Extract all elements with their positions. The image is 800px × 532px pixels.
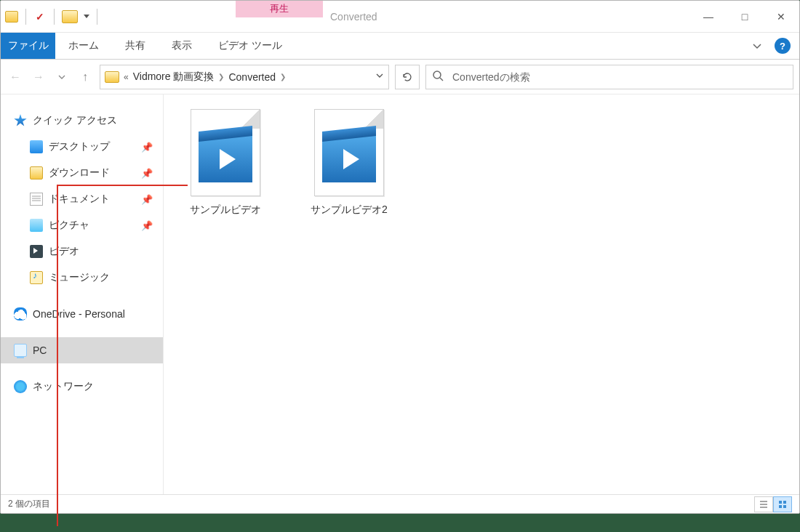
forward-button[interactable]: → (30, 68, 47, 86)
title-bar: 再生 Converted ― □ ✕ (1, 1, 799, 33)
details-view-icon (759, 499, 769, 509)
tab-video-tools[interactable]: ビデオ ツール (205, 33, 295, 59)
sidebar-item-label: クイック アクセス (33, 114, 117, 127)
desktop-icon (30, 140, 43, 153)
video-file-icon (191, 109, 260, 196)
tab-share[interactable]: 共有 (112, 33, 159, 59)
video-file-icon (314, 109, 384, 196)
sidebar-item-quick-access[interactable]: クイック アクセス (1, 108, 163, 134)
quick-access-toolbar (1, 1, 105, 32)
sidebar-item-label: PC (33, 344, 47, 356)
network-icon (14, 380, 27, 393)
sidebar-item-desktop[interactable]: デスクトップ 📌 (1, 134, 163, 160)
svg-rect-4 (779, 505, 782, 508)
file-item[interactable]: サンプルビデオ (178, 109, 273, 217)
contextual-tab-strip: 再生 (236, 1, 323, 32)
sidebar-item-videos[interactable]: ビデオ (1, 238, 163, 265)
documents-icon (30, 193, 43, 206)
search-box[interactable] (425, 65, 793, 89)
up-button[interactable]: ↑ (76, 68, 94, 86)
svg-rect-5 (783, 505, 786, 508)
folder-icon (105, 71, 119, 83)
file-item[interactable]: サンプルビデオ2 (302, 109, 396, 217)
folder-icon (5, 11, 18, 23)
navigation-toolbar: ← → ↑ « Vidmore 動画変換 ❯ Converted ❯ (1, 60, 799, 94)
item-count: 2 個の項目 (8, 498, 50, 510)
status-bar: 2 個の項目 (1, 494, 799, 513)
breadcrumb-segment[interactable]: Converted (228, 71, 276, 83)
overflow-chevron-icon[interactable]: « (124, 72, 129, 82)
sidebar-item-documents[interactable]: ドキュメント 📌 (1, 186, 163, 212)
context-tab-play: 再生 (236, 0, 323, 32)
thumbnails-view-button[interactable] (773, 496, 792, 512)
sidebar-item-label: ダウンロード (49, 166, 110, 180)
chevron-right-icon[interactable]: ❯ (280, 73, 286, 81)
details-view-button[interactable] (754, 496, 773, 512)
minimize-button[interactable]: ― (690, 1, 727, 32)
file-list[interactable]: サンプルビデオ サンプルビデオ2 (164, 94, 799, 494)
maximize-button[interactable]: □ (727, 1, 763, 32)
sidebar-item-label: ネットワーク (33, 380, 94, 393)
star-icon (14, 114, 27, 127)
separator (54, 9, 55, 25)
sidebar-item-pictures[interactable]: ピクチャ 📌 (1, 212, 163, 238)
sidebar-item-onedrive[interactable]: OneDrive - Personal (1, 301, 163, 327)
ribbon-collapse-button[interactable] (744, 33, 770, 59)
music-icon (30, 271, 43, 284)
tab-home[interactable]: ホーム (55, 33, 112, 59)
recent-locations-button[interactable] (53, 68, 71, 86)
sidebar-item-label: ピクチャ (49, 219, 89, 232)
sidebar-item-label: デスクトップ (49, 140, 110, 153)
sidebar-item-downloads[interactable]: ダウンロード 📌 (1, 160, 163, 186)
breadcrumb-segment[interactable]: Vidmore 動画変換 (133, 70, 215, 84)
annotation-line (57, 185, 58, 514)
explorer-window: 再生 Converted ― □ ✕ ファイル ホーム 共有 表示 ビデオ ツー… (0, 0, 800, 514)
file-name: サンプルビデオ2 (311, 203, 388, 217)
back-button[interactable]: ← (7, 68, 24, 86)
svg-point-0 (433, 71, 441, 78)
pc-icon (14, 344, 27, 357)
separator (97, 9, 97, 25)
view-mode-buttons (754, 496, 792, 512)
separator (25, 9, 26, 25)
downloads-icon (30, 166, 43, 180)
tab-view[interactable]: 表示 (159, 33, 205, 59)
open-folder-icon[interactable] (62, 10, 78, 23)
tab-file[interactable]: ファイル (1, 33, 55, 59)
sidebar-item-music[interactable]: ミュージック (1, 265, 163, 291)
close-button[interactable]: ✕ (763, 1, 799, 32)
onedrive-icon (14, 307, 27, 321)
search-input[interactable] (452, 71, 787, 83)
pin-icon: 📌 (141, 194, 153, 205)
navigation-pane: クイック アクセス デスクトップ 📌 ダウンロード 📌 ドキュメント 📌 (1, 94, 164, 494)
refresh-icon (401, 71, 413, 83)
sidebar-item-label: OneDrive - Personal (33, 308, 125, 320)
search-icon (432, 70, 444, 84)
address-dropdown-icon[interactable] (375, 71, 384, 82)
body: クイック アクセス デスクトップ 📌 ダウンロード 📌 ドキュメント 📌 (1, 94, 799, 494)
pin-icon: 📌 (141, 220, 153, 231)
annotation-line (57, 185, 188, 186)
svg-rect-2 (779, 501, 782, 504)
sidebar-item-network[interactable]: ネットワーク (1, 374, 163, 400)
pin-icon: 📌 (141, 168, 153, 179)
chevron-down-icon (751, 40, 763, 52)
address-bar[interactable]: « Vidmore 動画変換 ❯ Converted ❯ (100, 65, 389, 89)
sidebar-item-label: ビデオ (49, 245, 79, 258)
videos-icon (30, 245, 43, 258)
pin-icon: 📌 (141, 142, 153, 153)
svg-line-1 (440, 78, 443, 81)
chevron-right-icon[interactable]: ❯ (218, 73, 224, 81)
window-controls: ― □ ✕ (690, 1, 799, 32)
context-tab-header: 再生 (236, 0, 323, 17)
qat-dropdown-icon[interactable] (84, 15, 89, 18)
file-name: サンプルビデオ (190, 203, 261, 217)
svg-rect-3 (783, 501, 786, 504)
thumbnails-view-icon (777, 499, 788, 509)
pictures-icon (30, 219, 43, 232)
properties-icon[interactable] (33, 10, 47, 23)
help-button[interactable]: ? (775, 38, 791, 54)
sidebar-item-pc[interactable]: PC (1, 337, 163, 363)
ribbon-tabs: ファイル ホーム 共有 表示 ビデオ ツール ? (1, 33, 799, 60)
refresh-button[interactable] (395, 65, 420, 89)
